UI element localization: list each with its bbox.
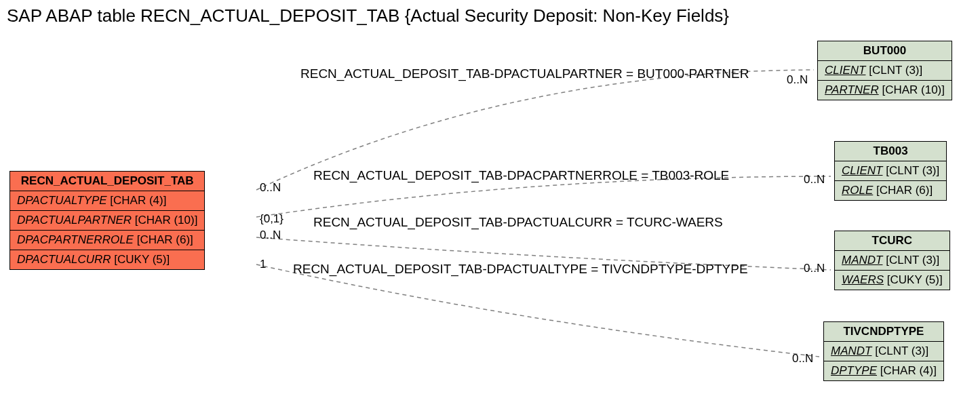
ref-entity-3: TIVCNDPTYPE MANDT [CLNT (3)] DPTYPE [CHA…: [823, 321, 944, 381]
ref-entity-0: BUT000 CLIENT [CLNT (3)] PARTNER [CHAR (…: [817, 41, 952, 100]
ref-entity-1-field-0: CLIENT [CLNT (3)]: [835, 161, 947, 181]
main-entity-name: RECN_ACTUAL_DEPOSIT_TAB: [10, 172, 205, 191]
main-entity-table: RECN_ACTUAL_DEPOSIT_TAB DPACTUALTYPE [CH…: [9, 171, 205, 270]
ref-entity-2: TCURC MANDT [CLNT (3)] WAERS [CUKY (5)]: [834, 231, 950, 290]
ref-entity-3-field-0: MANDT [CLNT (3)]: [824, 342, 944, 361]
card-main-1: {0,1}: [260, 212, 283, 226]
ref-entity-0-field-1: PARTNER [CHAR (10)]: [818, 81, 952, 100]
card-ref-3: 0..N: [792, 352, 813, 366]
page-title: SAP ABAP table RECN_ACTUAL_DEPOSIT_TAB {…: [7, 5, 729, 26]
main-field-2: DPACPARTNERROLE [CHAR (6)]: [10, 231, 205, 250]
ref-entity-1-name: TB003: [835, 142, 947, 161]
ref-entity-2-field-0: MANDT [CLNT (3)]: [835, 251, 950, 271]
ref-entity-1: TB003 CLIENT [CLNT (3)] ROLE [CHAR (6)]: [834, 141, 947, 201]
card-main-3: 1: [260, 258, 266, 271]
ref-entity-0-field-0: CLIENT [CLNT (3)]: [818, 61, 952, 81]
relationship-label-1: RECN_ACTUAL_DEPOSIT_TAB-DPACPARTNERROLE …: [313, 168, 729, 183]
ref-entity-1-field-1: ROLE [CHAR (6)]: [835, 181, 947, 201]
relationship-label-3: RECN_ACTUAL_DEPOSIT_TAB-DPACTUALTYPE = T…: [293, 262, 748, 277]
ref-entity-3-field-1: DPTYPE [CHAR (4)]: [824, 361, 944, 381]
card-ref-2: 0..N: [804, 262, 825, 275]
main-field-3: DPACTUALCURR [CUKY (5)]: [10, 250, 205, 270]
ref-entity-2-name: TCURC: [835, 231, 950, 251]
main-field-0: DPACTUALTYPE [CHAR (4)]: [10, 191, 205, 211]
ref-entity-0-name: BUT000: [818, 41, 952, 61]
card-main-0: 0..N: [260, 181, 281, 195]
relationship-label-2: RECN_ACTUAL_DEPOSIT_TAB-DPACTUALCURR = T…: [313, 215, 723, 230]
card-ref-1: 0..N: [804, 173, 825, 186]
main-field-1: DPACTUALPARTNER [CHAR (10)]: [10, 211, 205, 231]
relationship-label-0: RECN_ACTUAL_DEPOSIT_TAB-DPACTUALPARTNER …: [300, 66, 749, 81]
card-ref-0: 0..N: [787, 73, 808, 87]
ref-entity-3-name: TIVCNDPTYPE: [824, 322, 944, 342]
ref-entity-2-field-1: WAERS [CUKY (5)]: [835, 271, 950, 290]
card-main-2: 0..N: [260, 229, 281, 242]
